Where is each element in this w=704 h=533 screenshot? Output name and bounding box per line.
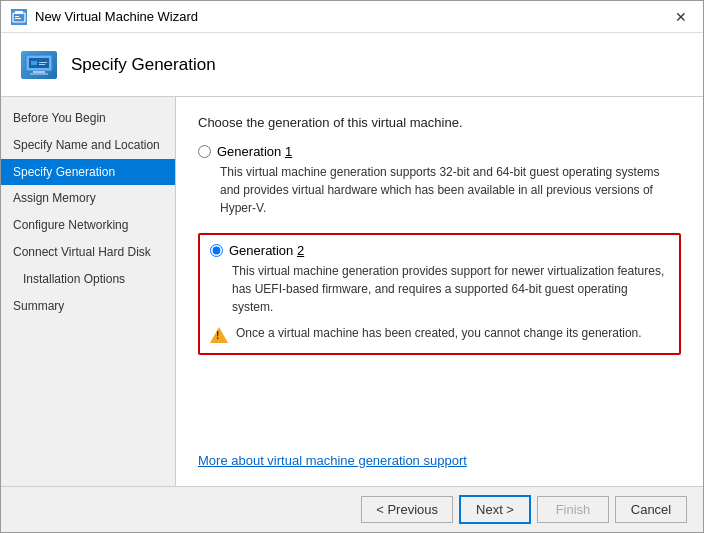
generation1-label[interactable]: Generation 1 xyxy=(198,144,681,159)
close-button[interactable]: ✕ xyxy=(669,8,693,26)
generation2-option: Generation 2 This virtual machine genera… xyxy=(210,243,669,316)
previous-button[interactable]: < Previous xyxy=(361,496,453,523)
footer: < Previous Next > Finish Cancel xyxy=(1,486,703,532)
warning-text: Once a virtual machine has been created,… xyxy=(236,326,642,340)
header-icon xyxy=(21,51,57,79)
generation2-box: Generation 2 This virtual machine genera… xyxy=(198,233,681,355)
page-title: Specify Generation xyxy=(71,55,216,75)
generation1-radio[interactable] xyxy=(198,145,211,158)
generation1-option: Generation 1 This virtual machine genera… xyxy=(198,144,681,217)
generation2-radio[interactable] xyxy=(210,244,223,257)
sidebar-item-summary[interactable]: Summary xyxy=(1,293,175,320)
sidebar-item-configure-networking[interactable]: Configure Networking xyxy=(1,212,175,239)
svg-rect-2 xyxy=(15,16,19,17)
content-area: Before You Begin Specify Name and Locati… xyxy=(1,97,703,486)
window-icon xyxy=(11,9,27,25)
title-bar: New Virtual Machine Wizard ✕ xyxy=(1,1,703,33)
sidebar-item-installation-options[interactable]: Installation Options xyxy=(1,266,175,293)
wizard-window: New Virtual Machine Wizard ✕ Specify Gen… xyxy=(0,0,704,533)
svg-rect-7 xyxy=(30,73,48,75)
sidebar-item-specify-generation[interactable]: Specify Generation xyxy=(1,159,175,186)
sidebar-item-connect-hard-disk[interactable]: Connect Virtual Hard Disk xyxy=(1,239,175,266)
svg-rect-8 xyxy=(31,61,37,65)
generation2-text: Generation 2 xyxy=(229,243,304,258)
svg-rect-3 xyxy=(15,18,21,19)
generation2-label[interactable]: Generation 2 xyxy=(210,243,669,258)
warning-row: ! Once a virtual machine has been create… xyxy=(210,326,669,345)
svg-rect-10 xyxy=(39,64,45,65)
more-info-link[interactable]: More about virtual machine generation su… xyxy=(198,453,467,468)
generation1-text: Generation 1 xyxy=(217,144,292,159)
warning-icon: ! xyxy=(210,327,228,345)
svg-rect-9 xyxy=(39,62,47,63)
next-button[interactable]: Next > xyxy=(459,495,531,524)
generation1-description: This virtual machine generation supports… xyxy=(220,163,681,217)
title-bar-left: New Virtual Machine Wizard xyxy=(11,9,198,25)
sidebar-item-specify-name[interactable]: Specify Name and Location xyxy=(1,132,175,159)
svg-rect-6 xyxy=(33,71,45,73)
svg-rect-1 xyxy=(15,11,23,14)
sidebar-item-before-you-begin[interactable]: Before You Begin xyxy=(1,105,175,132)
intro-text: Choose the generation of this virtual ma… xyxy=(198,115,681,130)
svg-rect-0 xyxy=(13,13,25,22)
sidebar-item-assign-memory[interactable]: Assign Memory xyxy=(1,185,175,212)
link-area: More about virtual machine generation su… xyxy=(198,437,681,468)
window-title: New Virtual Machine Wizard xyxy=(35,9,198,24)
sidebar: Before You Begin Specify Name and Locati… xyxy=(1,97,176,486)
generation2-description: This virtual machine generation provides… xyxy=(232,262,669,316)
page-header: Specify Generation xyxy=(1,33,703,97)
cancel-button[interactable]: Cancel xyxy=(615,496,687,523)
main-content: Choose the generation of this virtual ma… xyxy=(176,97,703,486)
finish-button[interactable]: Finish xyxy=(537,496,609,523)
